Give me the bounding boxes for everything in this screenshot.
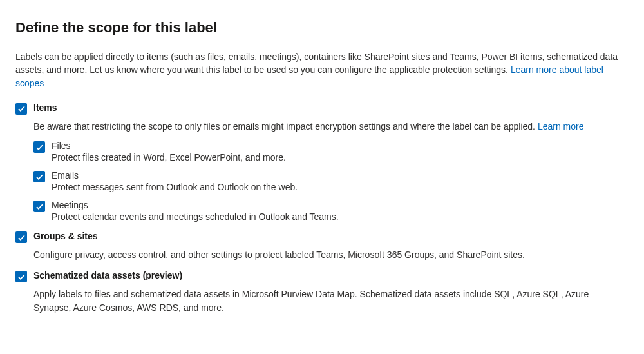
meetings-label: Meetings [52, 200, 629, 210]
items-label: Items [33, 103, 629, 113]
scope-items: Items Be aware that restricting the scop… [15, 103, 629, 222]
page-title: Define the scope for this label [15, 19, 629, 36]
files-desc: Protect files created in Word, Excel Pow… [52, 152, 629, 162]
schematized-label: Schematized data assets (preview) [33, 270, 629, 280]
schematized-desc: Apply labels to files and schematized da… [15, 288, 629, 314]
items-checkbox[interactable] [15, 103, 27, 115]
meetings-checkbox[interactable] [33, 201, 45, 212]
items-description: Be aware that restricting the scope to o… [15, 120, 629, 133]
checkmark-icon [35, 143, 44, 152]
sub-meetings: Meetings Protect calendar events and mee… [33, 200, 629, 222]
checkmark-icon [17, 233, 26, 242]
scope-groups: Groups & sites Configure privacy, access… [15, 231, 629, 261]
checkmark-icon [35, 173, 44, 181]
emails-desc: Protect messages sent from Outlook and O… [52, 182, 629, 192]
files-label: Files [52, 141, 629, 151]
emails-checkbox[interactable] [33, 171, 45, 182]
checkmark-icon [17, 273, 26, 281]
meetings-desc: Protect calendar events and meetings sch… [52, 211, 629, 222]
emails-label: Emails [52, 170, 629, 181]
intro-text: Labels can be applied directly to items … [15, 50, 621, 90]
scope-schematized: Schematized data assets (preview) Apply … [15, 270, 629, 314]
sub-files: Files Protect files created in Word, Exc… [33, 141, 629, 162]
files-checkbox[interactable] [33, 141, 45, 153]
items-desc-text: Be aware that restricting the scope to o… [33, 121, 538, 132]
groups-checkbox[interactable] [15, 231, 27, 243]
sub-emails: Emails Protect messages sent from Outloo… [33, 170, 629, 192]
items-learn-more-link[interactable]: Learn more [538, 121, 584, 132]
checkmark-icon [17, 104, 26, 113]
groups-desc: Configure privacy, access control, and o… [15, 248, 629, 261]
checkmark-icon [35, 202, 44, 211]
groups-label: Groups & sites [33, 231, 629, 241]
schematized-checkbox[interactable] [15, 271, 27, 282]
